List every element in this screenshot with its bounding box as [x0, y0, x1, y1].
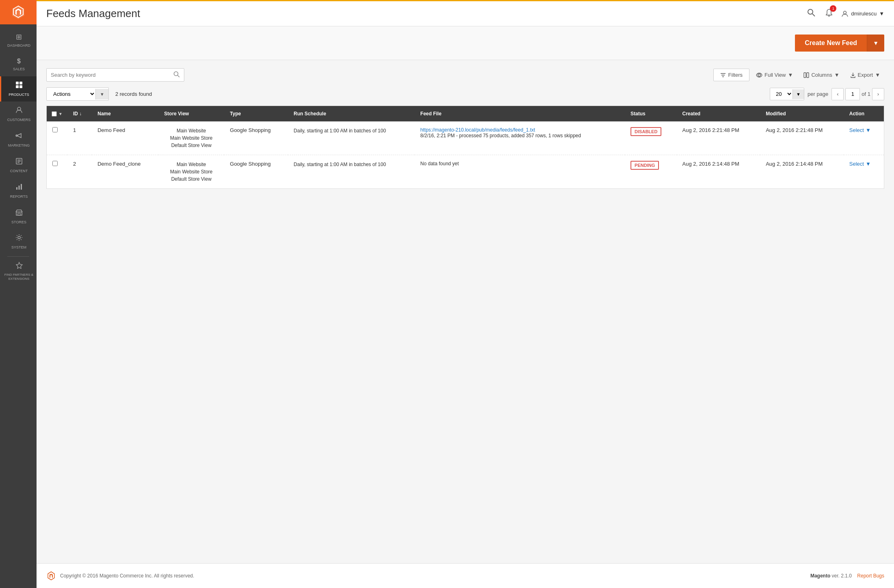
select-all-checkbox[interactable]	[52, 111, 57, 117]
sidebar-item-label: MARKETING	[8, 143, 30, 148]
th-checkbox-dropdown[interactable]: ▼	[58, 112, 63, 116]
page-prev-button[interactable]: ‹	[831, 88, 844, 100]
row-status: DISABLED	[625, 121, 676, 155]
row-created: Aug 2, 2016 2:21:48 PM	[677, 121, 760, 155]
row-checkbox[interactable]	[52, 127, 58, 132]
row-feed-file: No data found yet	[415, 155, 625, 189]
search-button[interactable]	[805, 7, 817, 20]
th-status: Status	[625, 106, 676, 122]
create-btn-wrap: Create New Feed ▼	[795, 35, 884, 52]
svg-point-18	[174, 72, 178, 76]
view-button[interactable]: Full View ▼	[752, 69, 797, 80]
per-page-select[interactable]: 20	[770, 88, 793, 100]
search-input[interactable]	[51, 72, 173, 78]
sidebar-item-label: SYSTEM	[11, 245, 26, 250]
svg-rect-24	[804, 73, 806, 78]
dashboard-icon: ⊞	[16, 32, 22, 41]
feed-file-desc: No data found yet	[420, 161, 459, 166]
th-type: Type	[224, 106, 288, 122]
user-menu-button[interactable]: dmirulescu ▼	[841, 10, 884, 17]
actions-bar: Actions ▼ 2 records found 20 ▼ per page …	[46, 87, 884, 101]
filters-button[interactable]: Filters	[713, 69, 749, 81]
system-icon	[15, 234, 23, 243]
sidebar-item-content[interactable]: CONTENT	[0, 153, 37, 178]
row-run-schedule: Daily, starting at 1:00 AM in batches of…	[288, 155, 415, 189]
svg-rect-11	[18, 186, 19, 190]
records-found: 2 records found	[115, 91, 152, 97]
row-name: Demo Feed	[92, 121, 158, 155]
svg-point-23	[758, 74, 760, 76]
sidebar-item-sales[interactable]: $ SALES	[0, 53, 37, 76]
svg-point-17	[844, 11, 846, 14]
export-label: Export	[858, 72, 873, 78]
sidebar-item-label: SALES	[13, 67, 25, 71]
create-new-feed-button[interactable]: Create New Feed	[795, 35, 867, 52]
th-name: Name	[92, 106, 158, 122]
search-wrap	[46, 68, 184, 82]
status-badge: DISABLED	[631, 127, 661, 136]
row-type: Google Shopping	[224, 121, 288, 155]
sidebar-item-label: CONTENT	[10, 169, 28, 173]
row-action: Select ▼	[844, 155, 884, 189]
reports-icon	[15, 183, 23, 192]
products-icon	[15, 81, 23, 91]
svg-rect-25	[807, 73, 809, 78]
sidebar-item-system[interactable]: SYSTEM	[0, 229, 37, 255]
report-bugs-link[interactable]: Report Bugs	[857, 573, 884, 579]
feed-file-link[interactable]: https://magento-210.local/pub/media/feed…	[420, 127, 535, 133]
sidebar-item-reports[interactable]: REPORTS	[0, 178, 37, 204]
action-select-button[interactable]: Select ▼	[849, 161, 871, 167]
export-button[interactable]: Export ▼	[846, 69, 884, 80]
sidebar-item-customers[interactable]: CUSTOMERS	[0, 102, 37, 127]
sidebar-item-label: PRODUCTS	[9, 93, 29, 97]
footer-left: Copyright © 2016 Magento Commerce Inc. A…	[46, 571, 194, 581]
page-of: of 1	[862, 91, 870, 97]
topbar: Feeds Management 1 dmirulescu ▼	[37, 1, 894, 26]
username: dmirulescu	[851, 11, 877, 17]
sidebar-item-dashboard[interactable]: ⊞ DASHBOARD	[0, 28, 37, 53]
export-dropdown-icon: ▼	[875, 72, 880, 78]
svg-rect-0	[16, 82, 19, 84]
row-checkbox[interactable]	[52, 161, 58, 166]
row-checkbox-cell	[47, 121, 67, 155]
svg-point-15	[808, 9, 813, 14]
page-title: Feeds Management	[46, 7, 140, 20]
stores-icon	[15, 209, 23, 218]
actions-dropdown-button[interactable]: ▼	[95, 89, 108, 99]
view-dropdown-icon: ▼	[788, 72, 793, 78]
sidebar-item-stores[interactable]: STORES	[0, 204, 37, 229]
sidebar-item-products[interactable]: PRODUCTS	[0, 76, 37, 102]
th-id[interactable]: ID ↓	[67, 106, 92, 122]
svg-line-16	[812, 14, 815, 16]
th-feed-file: Feed File	[415, 106, 625, 122]
content-icon	[15, 158, 23, 167]
page-next-button[interactable]: ›	[872, 88, 884, 100]
sidebar-logo[interactable]	[0, 0, 37, 24]
row-feed-file: https://magento-210.local/pub/media/feed…	[415, 121, 625, 155]
pagination: ‹ of 1 ›	[831, 88, 884, 100]
sidebar-item-marketing[interactable]: MARKETING	[0, 127, 37, 153]
svg-point-14	[18, 236, 20, 239]
page-current-input[interactable]	[845, 88, 860, 100]
th-checkbox: ▼	[47, 106, 67, 122]
row-name: Demo Feed_clone	[92, 155, 158, 189]
table-row: 2Demo Feed_cloneMain WebsiteMain Website…	[47, 155, 884, 189]
svg-rect-1	[19, 82, 22, 84]
search-icon	[173, 71, 180, 79]
columns-button[interactable]: Columns ▼	[799, 69, 843, 80]
footer-logo-icon	[46, 571, 56, 581]
per-page-select-wrap: 20 ▼	[770, 88, 804, 100]
row-store-view: Main WebsiteMain Website StoreDefault St…	[158, 155, 224, 189]
create-new-feed-dropdown-button[interactable]: ▼	[867, 35, 884, 52]
per-page-label: per page	[808, 91, 828, 97]
per-page-dropdown-button[interactable]: ▼	[793, 89, 804, 99]
status-badge: PENDING	[631, 161, 659, 170]
actions-select-wrap: Actions ▼	[46, 87, 109, 101]
sidebar-item-find-partners[interactable]: FIND PARTNERS & EXTENSIONS	[0, 258, 37, 284]
th-created: Created	[677, 106, 760, 122]
feed-file-desc: 8/2/16, 2:21 PM - processed 75 products,…	[420, 133, 581, 138]
row-run-schedule: Daily, starting at 1:00 AM in batches of…	[288, 121, 415, 155]
actions-select[interactable]: Actions	[47, 88, 95, 100]
main-content: Feeds Management 1 dmirulescu ▼ Create N…	[37, 0, 894, 588]
action-select-button[interactable]: Select ▼	[849, 127, 871, 133]
